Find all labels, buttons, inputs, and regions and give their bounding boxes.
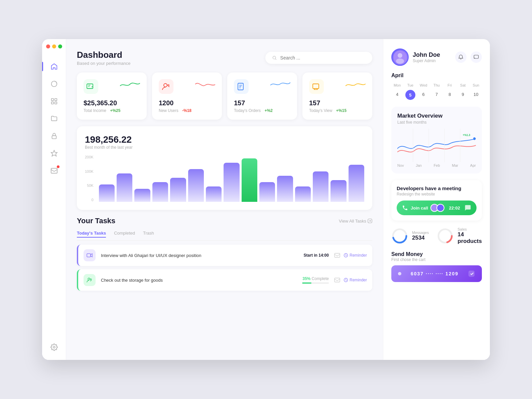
sales-label: Sales [457, 227, 482, 231]
folder-icon [50, 115, 58, 122]
users-wave-icon [195, 79, 215, 89]
cal-header-tue: Tue [404, 82, 416, 89]
close-button[interactable] [46, 44, 50, 48]
send-money-section: Send Money First chose the cart 6037 ···… [391, 251, 482, 282]
cal-day-5[interactable]: 5 [405, 90, 415, 100]
task-actions-storage: Reminder [334, 277, 367, 283]
messages-label: Messages [412, 231, 429, 235]
sidebar-item-home[interactable] [47, 59, 61, 74]
sales-value: 14 products [457, 231, 482, 245]
bar-item [313, 171, 328, 202]
cal-day-4[interactable]: 4 [391, 90, 403, 100]
stat-card-users: 1200 New Users -%18 [152, 73, 222, 120]
reminder-button-interview[interactable]: Reminder [344, 253, 367, 258]
envelope-icon-2 [334, 277, 340, 283]
sidebar-item-mail[interactable] [47, 163, 61, 178]
tab-trash[interactable]: Trash [143, 231, 154, 238]
cal-day-10[interactable]: 10 [470, 90, 482, 100]
progress-fill [302, 282, 311, 284]
task-icon-storage [84, 274, 96, 286]
stat-card-views: 157 Today's View +%15 [302, 73, 372, 120]
bar-item [259, 182, 275, 202]
minimize-button[interactable] [52, 44, 56, 48]
sales-donut [437, 228, 453, 244]
tab-today[interactable]: Today's Tasks [77, 231, 106, 238]
sidebar-item-security[interactable] [47, 129, 61, 143]
avatar-image [393, 50, 407, 64]
clock-icon-2 [344, 278, 348, 282]
calendar-section: April Mon Tue Wed Thu Fri Sat Sun 4 5 6 … [391, 73, 482, 100]
search-bar[interactable] [265, 52, 372, 64]
cal-header-sun: Sun [470, 82, 482, 89]
cal-day-9[interactable]: 9 [457, 90, 469, 100]
svg-rect-7 [51, 168, 57, 173]
svg-point-24 [398, 53, 402, 58]
svg-point-27 [473, 137, 476, 140]
bar-item [330, 180, 346, 202]
maximize-button[interactable] [58, 44, 62, 48]
bar-item [295, 186, 311, 202]
market-title: Market Overview [397, 113, 476, 119]
cal-day-8[interactable]: 8 [444, 90, 455, 100]
orders-icon [237, 82, 246, 91]
svg-rect-4 [54, 102, 56, 104]
video-icon [87, 252, 93, 258]
settings-icon [50, 344, 58, 351]
card-number-text: 6037 ···· ···· 1209 [401, 271, 468, 276]
sidebar-item-settings[interactable] [47, 340, 61, 355]
meeting-title: Developers have a meeting [397, 185, 477, 191]
bar-item [188, 169, 204, 202]
meeting-subtitle: Redesign the website [397, 192, 477, 196]
sidebar-item-grid[interactable] [47, 94, 61, 109]
messages-value: 2534 [412, 235, 429, 241]
notification-button[interactable] [455, 51, 467, 63]
chart-subtitle: Best month of the last year [85, 145, 364, 150]
task-progress-wrap: 35% Complete [302, 276, 329, 284]
svg-marker-6 [51, 150, 57, 156]
profile-role: Super Admin [413, 58, 451, 63]
page-title: Dashboard [77, 50, 130, 60]
view-all-tasks[interactable]: View All Tasks [339, 219, 372, 224]
svg-point-9 [273, 56, 276, 59]
sidebar-item-analytics[interactable] [47, 77, 61, 91]
market-chart: +%1.3 [397, 129, 476, 162]
views-wave-icon [346, 79, 366, 89]
bar-item [152, 182, 168, 202]
calendar-grid: Mon Tue Wed Thu Fri Sat Sun 4 5 6 7 8 9 … [391, 82, 482, 100]
messages-donut-svg [391, 228, 408, 244]
profile-row: John Doe Super Admin [391, 48, 482, 66]
svg-point-12 [168, 85, 169, 86]
mini-stat-messages: Messages 2534 [391, 227, 431, 245]
stat-card-income: $25,365.20 Total Income +%25 [77, 73, 147, 120]
tasks-header: Your Tasks View All Tasks [77, 217, 372, 225]
calendar-month: April [391, 73, 482, 79]
lock-icon [50, 132, 58, 140]
search-input[interactable] [280, 55, 366, 60]
bar-item [134, 189, 150, 202]
task-row: Interview with Ali Ghajari for UI/UX des… [77, 245, 372, 266]
cal-day-5-wrap[interactable]: 5 [404, 90, 416, 100]
sidebar-item-favorites[interactable] [47, 146, 61, 161]
main-content: Dashboard Based on your performance [66, 39, 383, 360]
sales-info: Sales 14 products [457, 227, 482, 245]
sidebar-item-files[interactable] [47, 111, 61, 126]
task-progress-label: 35% Complete [302, 276, 329, 281]
cal-day-6[interactable]: 6 [418, 90, 429, 100]
task-name-storage: Check out the storage for goods [101, 278, 297, 283]
messages-button[interactable] [471, 51, 482, 63]
cal-day-7[interactable]: 7 [431, 90, 442, 100]
svg-rect-3 [51, 102, 53, 104]
task-time-interview: Start in 14:00 [304, 253, 329, 258]
join-call-label-group: Join call [402, 205, 428, 211]
reminder-button-storage[interactable]: Reminder [344, 278, 367, 282]
tab-completed[interactable]: Completed [114, 231, 135, 238]
page-header: Dashboard Based on your performance [77, 50, 372, 66]
meeting-time: 22:02 [449, 206, 460, 211]
meeting-card: Developers have a meeting Redesign the w… [391, 180, 482, 221]
income-wave-icon [120, 79, 140, 89]
send-money-subtitle: First chose the cart [391, 257, 482, 262]
svg-rect-21 [335, 278, 340, 282]
users-label: New Users -%18 [159, 108, 215, 113]
progress-bar-storage [302, 282, 329, 284]
join-call-button[interactable]: Join call 22:02 [397, 201, 477, 215]
